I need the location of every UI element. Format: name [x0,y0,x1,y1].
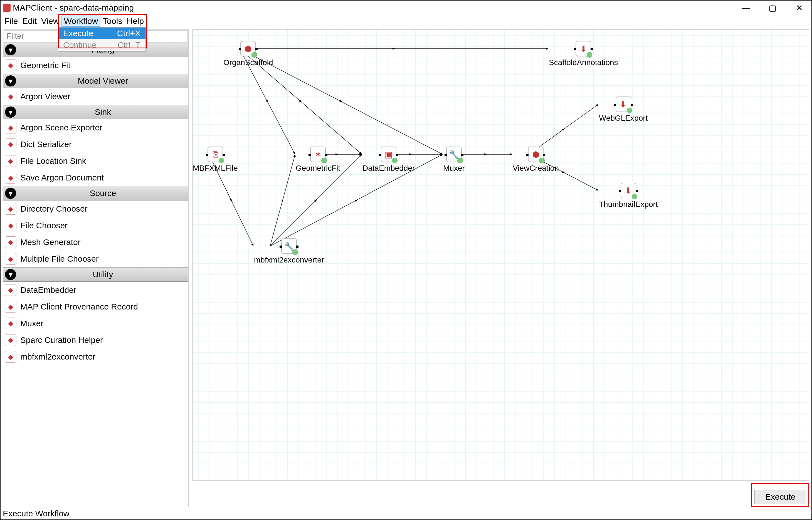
node-icon: ⬇ [616,97,631,112]
window-title: MAPClient - sparc-data-mapping [13,3,134,12]
chevron-down-icon: ▾ [5,75,16,86]
maximize-button[interactable]: ▢ [767,3,778,13]
tool-icon: ◆ [5,172,17,184]
menu-tools[interactable]: Tools [100,16,124,26]
chevron-down-icon: ▾ [5,106,16,118]
sidebar: ▾Fitting◆Geometric Fit▾Model Viewer◆Argo… [3,29,188,507]
node-icon: ▣ [381,147,397,162]
node-dataembedder[interactable]: ▣DataEmbedder [362,147,415,173]
tool-icon: ◆ [5,301,17,313]
menu-edit[interactable]: Edit [20,16,39,26]
sidebar-item-argon-viewer[interactable]: ◆Argon Viewer [3,88,188,105]
app-icon [3,4,10,12]
statusbar: Execute Workflow [1,508,811,519]
node-scaffoldannotations[interactable]: ⬇ScaffoldAnnotations [549,41,618,67]
menu-item-continue: ContinueCtrl+T [58,39,146,51]
svg-line-10 [270,154,295,246]
chevron-down-icon: ▾ [5,44,16,55]
menu-help[interactable]: Help [124,16,146,26]
chevron-down-icon: ▾ [5,188,16,199]
sidebar-item-map-client-provenance-record[interactable]: ◆MAP Client Provenance Record [3,298,188,315]
svg-marker-7 [339,100,342,102]
workflow-dropdown: ExecuteCtrl+XContinueCtrl+T [58,27,146,51]
menu-workflow[interactable]: Workflow [61,16,101,27]
sidebar-item-geometric-fit[interactable]: ◆Geometric Fit [3,57,188,74]
svg-marker-3 [266,100,268,103]
node-icon: ✶ [310,147,326,162]
node-icon: ⬢ [240,41,256,56]
menu-file[interactable]: File [2,16,20,26]
sidebar-item-mesh-generator[interactable]: ◆Mesh Generator [3,234,188,251]
svg-marker-21 [484,153,487,155]
svg-marker-13 [314,199,318,202]
svg-marker-15 [355,199,358,202]
menu-view[interactable]: View [39,16,61,26]
sidebar-item-save-argon-document[interactable]: ◆Save Argon Document [3,170,188,186]
node-icon: ⬇ [620,183,636,198]
sidebar-item-directory-chooser[interactable]: ◆Directory Chooser [3,201,188,217]
node-thumbnailexport[interactable]: ⬇ThumbnailExport [599,183,658,209]
node-organscaffold[interactable]: ⬢OrganScaffold [223,41,273,67]
tool-icon: ◆ [5,122,17,133]
node-icon: 🔧 [281,238,297,254]
node-icon: ⬇ [576,41,591,56]
tool-icon: ◆ [5,203,17,215]
svg-marker-25 [562,171,565,173]
svg-marker-1 [392,48,396,50]
svg-marker-9 [229,199,232,202]
node-geometricfit[interactable]: ✶GeometricFit [296,147,340,173]
workflow-canvas[interactable]: ⬢OrganScaffold⬇ScaffoldAnnotations⎘MBFXM… [193,29,809,480]
tool-icon: ◆ [5,155,17,167]
close-button[interactable]: ✕ [794,3,805,13]
sidebar-item-file-chooser[interactable]: ◆File Chooser [3,217,188,234]
node-mbfxmlfile[interactable]: ⎘MBFXMLFile [193,147,238,173]
node-icon: ⎘ [207,147,223,162]
menubar: FileEditViewWorkflowToolsHelpExecuteCtrl… [1,15,811,27]
sidebar-item-argon-scene-exporter[interactable]: ◆Argon Scene Exporter [3,119,188,136]
sidebar-tree: ▾Fitting◆Geometric Fit▾Model Viewer◆Argo… [3,43,188,507]
minimize-button[interactable]: — [740,3,751,13]
section-header-model-viewer[interactable]: ▾Model Viewer [3,74,188,88]
node-icon: ⬢ [528,147,543,162]
sidebar-item-sparc-curation-helper[interactable]: ◆Sparc Curation Helper [3,332,188,348]
section-header-utility[interactable]: ▾Utility [3,267,188,282]
execute-button[interactable]: Execute [755,490,806,504]
tool-icon: ◆ [5,284,17,296]
node-icon: 🔧 [446,147,462,162]
tool-icon: ◆ [5,236,17,248]
node-muxer[interactable]: 🔧Muxer [443,147,465,173]
node-viewcreation[interactable]: ⬢ViewCreation [513,147,559,173]
titlebar: MAPClient - sparc-data-mapping — ▢ ✕ [1,1,811,15]
tool-icon: ◆ [5,90,17,102]
node-webglexport[interactable]: ⬇WebGLExport [599,97,648,123]
sidebar-item-dataembedder[interactable]: ◆DataEmbedder [3,282,188,298]
sidebar-item-file-location-sink[interactable]: ◆File Location Sink [3,153,188,170]
svg-marker-5 [299,100,302,102]
section-header-source[interactable]: ▾Source [3,186,188,201]
tool-icon: ◆ [5,334,17,346]
svg-marker-23 [562,128,565,131]
tool-icon: ◆ [5,317,17,329]
svg-marker-11 [281,199,283,202]
menu-item-execute[interactable]: ExecuteCtrl+X [58,28,146,39]
tool-icon: ◆ [5,138,17,150]
node-mbfxml2exconverter[interactable]: 🔧mbfxml2exconverter [254,238,324,264]
sidebar-item-muxer[interactable]: ◆Muxer [3,315,188,332]
tool-icon: ◆ [5,351,17,363]
chevron-down-icon: ▾ [5,269,16,280]
tool-icon: ◆ [5,253,17,265]
sidebar-item-multiple-file-chooser[interactable]: ◆Multiple File Chooser [3,251,188,267]
sidebar-item-mbfxml2exconverter[interactable]: ◆mbfxml2exconverter [3,348,188,365]
sidebar-item-dict-serializer[interactable]: ◆Dict Serializer [3,136,188,153]
annotation-highlight-execute: Execute [751,483,809,507]
tool-icon: ◆ [5,220,17,231]
tool-icon: ◆ [5,59,17,71]
section-header-sink[interactable]: ▾Sink [3,105,188,119]
